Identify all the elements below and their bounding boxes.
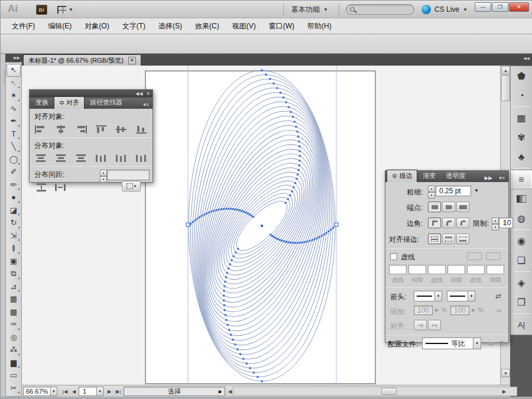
align-stroke-outside-button[interactable] bbox=[456, 233, 469, 244]
weight-dropdown[interactable]: 0.25 pt bbox=[436, 186, 471, 196]
align-v-middle-button[interactable] bbox=[115, 124, 128, 134]
dock-panel-swatches[interactable]: ▦ bbox=[511, 108, 532, 128]
distribute-d-right-button[interactable] bbox=[135, 153, 148, 163]
panel-menu-icon[interactable]: ▾≡ bbox=[497, 174, 507, 182]
blob-brush-tool[interactable]: ● bbox=[7, 191, 21, 204]
dock-collapse-button[interactable]: ◀◀ bbox=[510, 54, 532, 66]
menu-1[interactable]: 编辑(E) bbox=[41, 19, 78, 34]
align-h-right-button[interactable] bbox=[74, 124, 87, 134]
scroll-right-icon[interactable]: ▶ bbox=[501, 387, 509, 396]
slice-tool[interactable]: ✂ bbox=[7, 382, 21, 395]
arrange-documents-button[interactable]: ▼ bbox=[57, 5, 77, 15]
vertical-scroll-thumb[interactable] bbox=[501, 75, 510, 101]
document-tab[interactable]: 未标题-1* @ 66.67% (RGB/预览) ✕ bbox=[23, 54, 141, 66]
dock-panel-layers[interactable]: ◈ bbox=[511, 273, 532, 293]
dock-panel-graphic-styles[interactable]: ❏ bbox=[511, 251, 532, 270]
dash-field-4[interactable] bbox=[467, 265, 485, 274]
weight-chevron-icon[interactable]: ▼ bbox=[474, 188, 479, 193]
scroll-up-icon[interactable]: ▲ bbox=[501, 66, 510, 74]
type-tool[interactable]: T bbox=[7, 128, 21, 141]
dash-field-0[interactable] bbox=[389, 265, 407, 274]
spacing-space-v-button[interactable] bbox=[34, 182, 48, 192]
dock-panel-brushes[interactable]: ✾ bbox=[511, 128, 532, 147]
menu-8[interactable]: 帮助(H) bbox=[301, 19, 338, 34]
symbol-sprayer-tool[interactable]: ⁂ bbox=[7, 343, 21, 356]
collapse-icon[interactable]: ▶▶ bbox=[482, 174, 495, 182]
spacing-space-h-button[interactable] bbox=[53, 182, 67, 192]
tab-1[interactable]: 渐变 bbox=[418, 170, 440, 182]
scroll-down-icon[interactable]: ▼ bbox=[501, 369, 510, 377]
panel-menu-icon[interactable]: ▾≡ bbox=[141, 100, 151, 109]
selection-tool[interactable]: ↖ bbox=[7, 64, 21, 77]
join-round-button[interactable] bbox=[442, 218, 455, 228]
distribute-d-hcenter-button[interactable] bbox=[115, 153, 128, 163]
arrowhead-start-dropdown[interactable]: ▼ bbox=[414, 291, 442, 301]
cap-round-button[interactable] bbox=[442, 202, 455, 212]
lasso-tool[interactable]: ∿ bbox=[7, 102, 21, 115]
weight-spinner[interactable]: ▲▼ bbox=[428, 186, 435, 196]
direct-selection-tool[interactable]: ↖ bbox=[7, 77, 21, 90]
close-tab-icon[interactable]: ✕ bbox=[128, 57, 136, 64]
profile-dropdown[interactable]: 等比 ▼ bbox=[422, 338, 481, 349]
dock-panel-gradient[interactable] bbox=[511, 189, 532, 209]
collapse-icon[interactable]: ◀◀ bbox=[135, 91, 142, 96]
workspace-switcher[interactable]: 基本功能 ▼ bbox=[291, 5, 328, 15]
distribute-d-top-button[interactable] bbox=[34, 153, 47, 163]
swap-arrowheads-icon[interactable]: ⇄ bbox=[495, 292, 501, 300]
dash-field-1[interactable] bbox=[408, 265, 426, 274]
first-artboard-button[interactable]: |◀ bbox=[61, 387, 69, 396]
horizontal-scroll-thumb[interactable] bbox=[381, 388, 397, 395]
menu-2[interactable]: 对象(O) bbox=[78, 19, 115, 34]
minimize-button[interactable]: — bbox=[475, 2, 491, 12]
preserve-dash-icon[interactable] bbox=[467, 252, 482, 260]
menu-4[interactable]: 选择(S) bbox=[152, 19, 189, 34]
tab-1[interactable]: ≎ 对齐 bbox=[54, 96, 85, 109]
align-h-left-button[interactable] bbox=[34, 124, 47, 134]
paintbrush-tool[interactable]: ✐ bbox=[7, 166, 21, 179]
align-h-center-button[interactable] bbox=[54, 124, 67, 134]
menu-3[interactable]: 文字(T) bbox=[116, 19, 152, 34]
menu-0[interactable]: 文件(F) bbox=[5, 19, 41, 34]
bridge-button[interactable]: Br bbox=[36, 5, 47, 15]
last-artboard-button[interactable]: ▶| bbox=[114, 387, 122, 396]
column-graph-tool[interactable]: ▆ bbox=[7, 356, 21, 369]
search-input[interactable] bbox=[346, 4, 414, 15]
eyedropper-tool[interactable]: ✑ bbox=[7, 318, 21, 331]
pencil-tool[interactable]: ✏ bbox=[7, 179, 21, 192]
perspective-grid-tool[interactable]: ⊿ bbox=[7, 280, 21, 293]
dock-panel-symbols[interactable]: ♣ bbox=[511, 147, 532, 167]
line-segment-tool[interactable]: ╲ bbox=[7, 140, 21, 153]
dash-field-2[interactable] bbox=[428, 265, 446, 274]
distribute-d-left-button[interactable] bbox=[95, 153, 108, 163]
dock-panel-color[interactable]: ⬟ bbox=[511, 66, 532, 86]
menu-7[interactable]: 窗口(W) bbox=[262, 19, 301, 34]
join-miter-button[interactable] bbox=[428, 218, 441, 228]
dashed-line-checkbox[interactable] bbox=[390, 253, 397, 260]
width-tool[interactable]: ≬ bbox=[7, 242, 21, 255]
free-transform-tool[interactable]: ▣ bbox=[7, 255, 21, 268]
blend-tool[interactable]: ◎ bbox=[7, 331, 21, 344]
close-button[interactable]: ✕ bbox=[509, 2, 529, 12]
spacing-input[interactable] bbox=[107, 170, 150, 180]
shape-builder-tool[interactable]: ⧉ bbox=[7, 267, 21, 280]
tab-0[interactable]: 变换 bbox=[31, 97, 53, 109]
restore-button[interactable]: ❐ bbox=[492, 2, 508, 12]
tab-0[interactable]: ≎ 描边 bbox=[387, 170, 417, 182]
menu-6[interactable]: 视图(V) bbox=[226, 19, 262, 34]
join-bevel-button[interactable] bbox=[456, 218, 469, 228]
magic-wand-tool[interactable]: ✶ bbox=[7, 89, 21, 102]
mesh-tool[interactable]: ▦ bbox=[7, 293, 21, 306]
limit-input[interactable]: 10 bbox=[499, 218, 513, 228]
menu-5[interactable]: 效果(C) bbox=[189, 19, 226, 34]
cap-projecting-button[interactable] bbox=[456, 202, 469, 212]
spacing-spinner[interactable]: ▲▼ bbox=[100, 170, 107, 180]
close-icon[interactable]: ✕ bbox=[146, 91, 150, 96]
align-stroke-center-button[interactable] bbox=[428, 233, 441, 244]
rotate-tool[interactable]: ↻ bbox=[7, 216, 21, 229]
align-stroke-inside-button[interactable] bbox=[442, 233, 455, 244]
align-to-dropdown[interactable]: ▾ bbox=[122, 181, 141, 192]
next-artboard-button[interactable]: ▶ bbox=[106, 387, 113, 396]
align-v-bottom-button[interactable] bbox=[135, 124, 148, 134]
cs-live-menu[interactable]: CS Live ▼ bbox=[421, 5, 468, 14]
arrowhead-end-dropdown[interactable]: ▼ bbox=[447, 291, 475, 301]
